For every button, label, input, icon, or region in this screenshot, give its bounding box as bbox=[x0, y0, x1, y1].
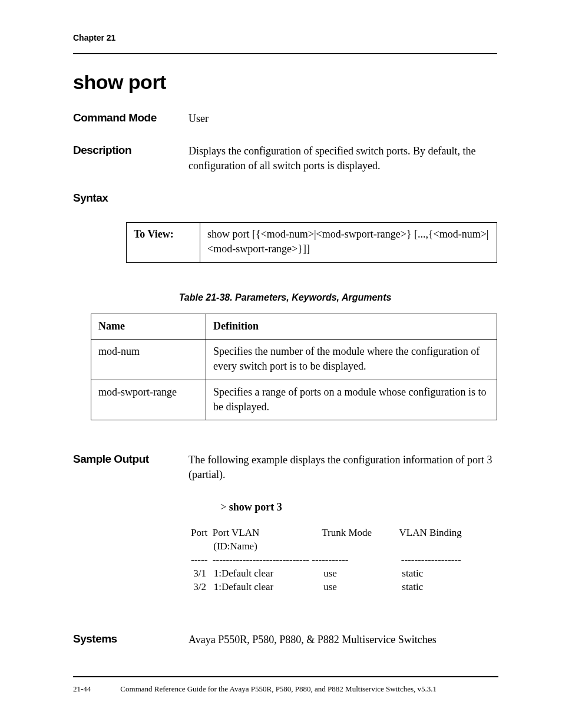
params-table-row: mod-swport-range Specifies a range of po… bbox=[91, 380, 497, 420]
params-table: Name Definition mod-num Specifies the nu… bbox=[91, 314, 497, 420]
sample-prompt: > show port 3 bbox=[220, 501, 497, 513]
params-th-definition: Definition bbox=[206, 314, 497, 339]
label-sample-output: Sample Output bbox=[73, 453, 189, 466]
params-caption: Table 21-38. Parameters, Keywords, Argum… bbox=[73, 292, 497, 303]
params-td-name: mod-swport-range bbox=[91, 380, 206, 420]
page-footer: 21-44 Command Reference Guide for the Av… bbox=[73, 673, 498, 694]
row-syntax: Syntax bbox=[73, 192, 497, 205]
value-systems: Avaya P550R, P580, P880, & P882 Multiser… bbox=[189, 633, 497, 647]
label-syntax: Syntax bbox=[73, 192, 189, 205]
params-td-name: mod-num bbox=[91, 340, 206, 380]
value-sample-output: The following example displays the confi… bbox=[189, 453, 497, 482]
params-td-definition: Specifies a range of ports on a module w… bbox=[206, 380, 497, 420]
prompt-symbol: > bbox=[220, 501, 229, 513]
prompt-command: show port 3 bbox=[229, 501, 282, 513]
params-table-row: mod-num Specifies the number of the modu… bbox=[91, 340, 497, 380]
label-systems: Systems bbox=[73, 633, 189, 645]
sample-output-block: Port Port VLAN Trunk Mode VLAN Binding (… bbox=[191, 526, 497, 594]
params-th-name: Name bbox=[91, 314, 206, 339]
value-description: Displays the configuration of specified … bbox=[189, 144, 497, 173]
footer-text: Command Reference Guide for the Avaya P5… bbox=[120, 684, 498, 694]
footer-page-number: 21-44 bbox=[73, 684, 120, 694]
row-systems: Systems Avaya P550R, P580, P880, & P882 … bbox=[73, 633, 497, 647]
label-command-mode: Command Mode bbox=[73, 111, 189, 124]
syntax-table-row: To View: show port [{<mod-num>|<mod-swpo… bbox=[127, 222, 497, 262]
document-page: Chapter 21 show port Command Mode User D… bbox=[0, 0, 562, 728]
footer-rule bbox=[73, 676, 498, 677]
params-table-header-row: Name Definition bbox=[91, 314, 497, 339]
header-rule bbox=[73, 53, 497, 54]
running-head: Chapter 21 bbox=[73, 33, 497, 42]
syntax-table-header: To View: bbox=[127, 222, 200, 262]
row-description: Description Displays the configuration o… bbox=[73, 144, 497, 173]
page-title: show port bbox=[73, 71, 497, 94]
row-sample-output: Sample Output The following example disp… bbox=[73, 453, 497, 482]
row-command-mode: Command Mode User bbox=[73, 111, 497, 126]
footer-line: 21-44 Command Reference Guide for the Av… bbox=[73, 684, 498, 694]
label-description: Description bbox=[73, 144, 189, 157]
syntax-table-body: show port [{<mod-num>|<mod-swport-range>… bbox=[200, 222, 497, 262]
syntax-table: To View: show port [{<mod-num>|<mod-swpo… bbox=[126, 222, 497, 263]
value-command-mode: User bbox=[189, 111, 497, 126]
params-td-definition: Specifies the number of the module where… bbox=[206, 340, 497, 380]
